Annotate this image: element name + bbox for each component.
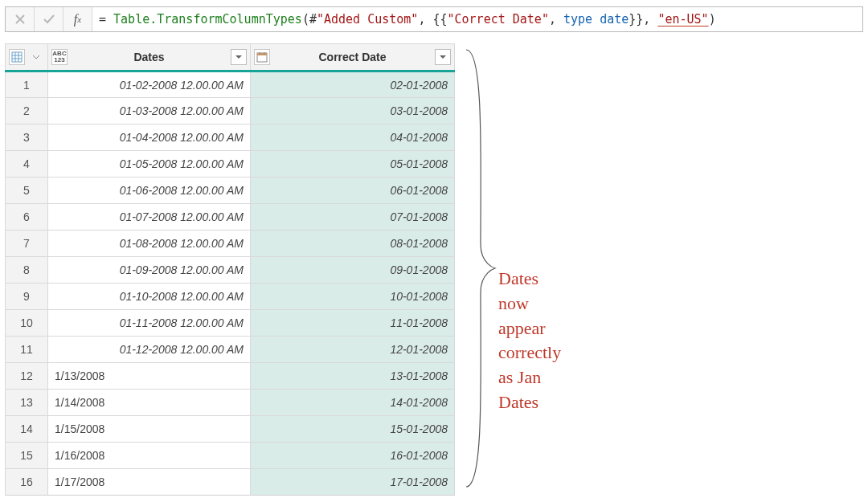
- cell-correct-date[interactable]: 04-01-2008: [251, 124, 455, 151]
- cell-correct-date[interactable]: 06-01-2008: [251, 178, 455, 204]
- row-number[interactable]: 5: [6, 178, 48, 204]
- table-row[interactable]: 801-09-2008 12.00.00 AM09-01-2008: [6, 257, 455, 284]
- cell-dates[interactable]: 01-03-2008 12.00.00 AM: [48, 98, 251, 124]
- table-row[interactable]: 141/15/200815-01-2008: [6, 416, 455, 443]
- table-row[interactable]: 101-02-2008 12.00.00 AM02-01-2008: [6, 71, 455, 98]
- table-row[interactable]: 1101-12-2008 12.00.00 AM12-01-2008: [6, 337, 455, 363]
- table-row[interactable]: 151/16/200816-01-2008: [6, 443, 455, 469]
- cell-dates[interactable]: 1/17/2008: [48, 469, 251, 496]
- cell-dates[interactable]: 01-06-2008 12.00.00 AM: [48, 178, 251, 204]
- row-number[interactable]: 6: [6, 204, 48, 231]
- cell-dates[interactable]: 1/13/2008: [48, 363, 251, 390]
- table-row[interactable]: 121/13/200813-01-2008: [6, 363, 455, 390]
- cell-correct-date[interactable]: 16-01-2008: [251, 443, 455, 469]
- table-row[interactable]: 201-03-2008 12.00.00 AM03-01-2008: [6, 98, 455, 124]
- cell-correct-date[interactable]: 05-01-2008: [251, 151, 455, 178]
- cell-correct-date[interactable]: 14-01-2008: [251, 390, 455, 416]
- cell-correct-date[interactable]: 13-01-2008: [251, 363, 455, 390]
- formula-commit-button[interactable]: [35, 7, 63, 31]
- row-number[interactable]: 16: [6, 469, 48, 496]
- cell-correct-date[interactable]: 17-01-2008: [251, 469, 455, 496]
- cell-dates[interactable]: 01-07-2008 12.00.00 AM: [48, 204, 251, 231]
- filter-dropdown-button[interactable]: [231, 49, 247, 65]
- column-header-dates[interactable]: ABC123 Dates: [48, 44, 251, 71]
- cell-dates[interactable]: 01-11-2008 12.00.00 AM: [48, 310, 251, 337]
- cell-correct-date[interactable]: 09-01-2008: [251, 257, 455, 284]
- row-number[interactable]: 9: [6, 284, 48, 310]
- cell-correct-date[interactable]: 15-01-2008: [251, 416, 455, 443]
- table-row[interactable]: 901-10-2008 12.00.00 AM10-01-2008: [6, 284, 455, 310]
- cell-correct-date[interactable]: 03-01-2008: [251, 98, 455, 124]
- any-type-icon: ABC123: [51, 49, 68, 65]
- filter-dropdown-button[interactable]: [435, 49, 451, 65]
- row-number[interactable]: 4: [6, 151, 48, 178]
- cell-dates[interactable]: 01-10-2008 12.00.00 AM: [48, 284, 251, 310]
- formula-bar: fx = Table.TransformColumnTypes(#"Added …: [5, 6, 863, 32]
- cell-dates[interactable]: 01-09-2008 12.00.00 AM: [48, 257, 251, 284]
- svg-rect-6: [257, 53, 267, 55]
- cell-dates[interactable]: 01-12-2008 12.00.00 AM: [48, 337, 251, 363]
- annotation-line-2: correctly as Jan Dates: [498, 341, 561, 414]
- table-row[interactable]: 161/17/200817-01-2008: [6, 469, 455, 496]
- cell-correct-date[interactable]: 08-01-2008: [251, 231, 455, 257]
- cell-dates[interactable]: 01-02-2008 12.00.00 AM: [48, 71, 251, 98]
- cell-dates[interactable]: 01-04-2008 12.00.00 AM: [48, 124, 251, 151]
- cell-correct-date[interactable]: 12-01-2008: [251, 337, 455, 363]
- cell-correct-date[interactable]: 10-01-2008: [251, 284, 455, 310]
- row-number[interactable]: 7: [6, 231, 48, 257]
- table-icon: [9, 49, 25, 65]
- row-number[interactable]: 8: [6, 257, 48, 284]
- row-number[interactable]: 15: [6, 443, 48, 469]
- cell-correct-date[interactable]: 07-01-2008: [251, 204, 455, 231]
- chevron-down-icon[interactable]: [28, 49, 44, 65]
- row-number[interactable]: 12: [6, 363, 48, 390]
- table-row[interactable]: 401-05-2008 12.00.00 AM05-01-2008: [6, 151, 455, 178]
- table-row[interactable]: 1001-11-2008 12.00.00 AM11-01-2008: [6, 310, 455, 337]
- cell-dates[interactable]: 01-08-2008 12.00.00 AM: [48, 231, 251, 257]
- row-number[interactable]: 1: [6, 71, 48, 98]
- row-number[interactable]: 13: [6, 390, 48, 416]
- table-row[interactable]: 701-08-2008 12.00.00 AM08-01-2008: [6, 231, 455, 257]
- formula-cancel-button[interactable]: [6, 7, 35, 31]
- column-label: Dates: [71, 51, 227, 63]
- table-row[interactable]: 501-06-2008 12.00.00 AM06-01-2008: [6, 178, 455, 204]
- table-row[interactable]: 131/14/200814-01-2008: [6, 390, 455, 416]
- cell-dates[interactable]: 01-05-2008 12.00.00 AM: [48, 151, 251, 178]
- cell-dates[interactable]: 1/14/2008: [48, 390, 251, 416]
- data-grid[interactable]: ABC123 Dates Correct Date: [5, 43, 455, 496]
- table-row[interactable]: 301-04-2008 12.00.00 AM04-01-2008: [6, 124, 455, 151]
- column-label: Correct Date: [273, 51, 432, 63]
- row-number[interactable]: 14: [6, 416, 48, 443]
- table-row[interactable]: 601-07-2008 12.00.00 AM07-01-2008: [6, 204, 455, 231]
- row-number[interactable]: 3: [6, 124, 48, 151]
- annotation-line-1: Dates now appear: [498, 267, 561, 341]
- row-number[interactable]: 11: [6, 337, 48, 363]
- column-header-correct-date[interactable]: Correct Date: [251, 44, 455, 71]
- row-number[interactable]: 10: [6, 310, 48, 337]
- row-number[interactable]: 2: [6, 98, 48, 124]
- formula-input[interactable]: = Table.TransformColumnTypes(#"Added Cus…: [92, 7, 862, 31]
- cell-correct-date[interactable]: 11-01-2008: [251, 310, 455, 337]
- cell-correct-date[interactable]: 02-01-2008: [251, 71, 455, 98]
- row-header-corner[interactable]: [6, 44, 48, 71]
- svg-rect-0: [12, 52, 22, 62]
- cell-dates[interactable]: 1/15/2008: [48, 416, 251, 443]
- fx-icon: fx: [63, 7, 92, 31]
- cell-dates[interactable]: 1/16/2008: [48, 443, 251, 469]
- date-type-icon: [254, 49, 270, 65]
